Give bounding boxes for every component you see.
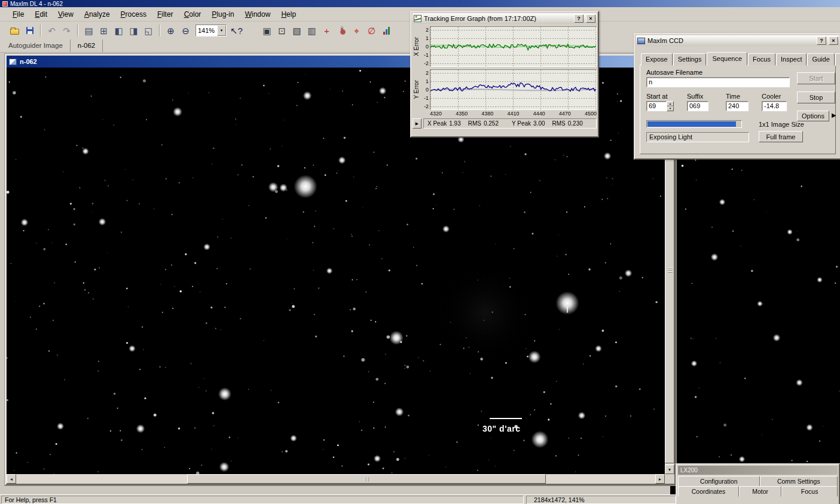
menu-item-window[interactable]: Window bbox=[240, 8, 276, 21]
menu-item-edit[interactable]: Edit bbox=[29, 8, 53, 21]
toolbar-undo-button[interactable]: ↶ bbox=[44, 23, 59, 38]
toolbar-copy-button[interactable]: ▥ bbox=[304, 23, 319, 38]
save-icon bbox=[26, 27, 33, 34]
scroll-left-button[interactable]: ◄ bbox=[7, 474, 16, 484]
scroll-down-button[interactable]: ▼ bbox=[665, 465, 674, 474]
lx200-titlebar[interactable]: LX200 bbox=[678, 466, 838, 475]
toolbar-histogram-button[interactable] bbox=[379, 23, 394, 38]
ccd-tab-guide[interactable]: Guide bbox=[807, 53, 834, 66]
toolbar-abort-button[interactable]: ∅ bbox=[364, 23, 379, 38]
lx200-tab-focus[interactable]: Focus bbox=[781, 486, 838, 497]
menu-item-view[interactable]: View bbox=[53, 8, 79, 21]
ccd-tab-sequence[interactable]: Sequence bbox=[707, 52, 747, 65]
toolbar-flip-horizontal-button[interactable]: ◨ bbox=[126, 23, 141, 38]
copy-icon: ▥ bbox=[307, 26, 316, 35]
toolbar-camera-control-button[interactable]: ▣ bbox=[259, 23, 274, 38]
left-arrow-icon: ◄ bbox=[10, 477, 14, 481]
toolbar-camera-settings-button[interactable]: ⊡ bbox=[274, 23, 289, 38]
maxim-ccd-window[interactable]: MaxIm CCD ? × ExposeSettingsSequenceFocu… bbox=[634, 33, 840, 160]
toolbar-crosshair-target-button[interactable]: ⌖ bbox=[349, 23, 364, 38]
toolbar-zoom-out-button[interactable]: ⊖ bbox=[178, 23, 193, 38]
toolbar-new-buffer-button[interactable]: + bbox=[319, 23, 334, 38]
y-tick-label: 0 bbox=[426, 44, 429, 50]
toolbar-temperature-button[interactable] bbox=[334, 23, 349, 38]
zoom-level-combobox[interactable]: 141%▼ bbox=[196, 25, 227, 36]
time-input[interactable]: 240 bbox=[726, 101, 749, 111]
lx200-tab-motor[interactable]: Motor bbox=[739, 486, 781, 497]
y-tick-label: 2 bbox=[426, 70, 429, 76]
ccd-close-button[interactable]: × bbox=[829, 36, 838, 45]
y-tick-label: 2 bbox=[426, 27, 429, 33]
horizontal-scroll-thumb[interactable] bbox=[187, 474, 546, 484]
y-tick-label: 1 bbox=[426, 35, 429, 41]
sequence-tab-page: Autosave Filename n Start Stop Options ▶… bbox=[640, 65, 836, 154]
doc-tab-n-062[interactable]: n-062 bbox=[71, 39, 103, 52]
ccd-tab-focus[interactable]: Focus bbox=[748, 53, 775, 66]
stop-button[interactable]: Stop bbox=[797, 91, 835, 103]
ccd-icon bbox=[637, 38, 645, 44]
ccd-tab-setup[interactable]: Setup bbox=[835, 53, 840, 66]
spinner-down-icon[interactable]: ▼ bbox=[667, 106, 674, 112]
menu-item-plug-in[interactable]: Plug-in bbox=[206, 8, 239, 21]
x-tick-label: 4440 bbox=[533, 111, 545, 117]
menu-item-file[interactable]: File bbox=[7, 8, 29, 21]
stat-value-x-peak: 1.93 bbox=[449, 120, 460, 127]
app-titlebar[interactable]: MaxIm DL 4 - n-062 bbox=[0, 0, 840, 7]
stat-value-y-peak: 3.00 bbox=[533, 120, 545, 127]
tracking-error-graph-window[interactable]: Tracking Error Graph (from 17:17:00Z) ? … bbox=[410, 11, 599, 138]
toolbar-separator bbox=[40, 25, 41, 36]
menu-item-process[interactable]: Process bbox=[115, 8, 152, 21]
ccd-field-start-at: Start at69▲▼ bbox=[646, 93, 674, 111]
lx200-tab-coordinates[interactable]: Coordinates bbox=[678, 486, 739, 497]
menu-item-analyze[interactable]: Analyze bbox=[79, 8, 115, 21]
ccd-field-cooler: Cooler-14.8 bbox=[762, 93, 787, 111]
autosave-filename-input[interactable]: n bbox=[646, 77, 790, 87]
menu-item-help[interactable]: Help bbox=[276, 8, 301, 21]
scroll-right-button[interactable]: ► bbox=[655, 474, 665, 484]
toolbar-information-window-button[interactable]: ◱ bbox=[141, 23, 156, 38]
toolbar-sequence-button[interactable]: ▧ bbox=[289, 23, 304, 38]
start-button[interactable]: Start bbox=[797, 72, 835, 84]
toolbar-flip-vertical-button[interactable]: ◧ bbox=[111, 23, 126, 38]
horizontal-scrollbar[interactable]: ◄ ► bbox=[7, 474, 665, 484]
information-window-icon: ◱ bbox=[144, 26, 152, 35]
tracking-graph-icon bbox=[414, 15, 421, 22]
tracking-expand-button[interactable]: ▶ bbox=[413, 118, 421, 129]
toolbar-redo-button[interactable]: ↷ bbox=[59, 23, 74, 38]
ccd-tab-settings[interactable]: Settings bbox=[673, 53, 707, 66]
down-arrow-icon: ▼ bbox=[668, 468, 672, 472]
toolbar-zoom-in-button[interactable]: ⊕ bbox=[163, 23, 178, 38]
dropdown-arrow-icon[interactable]: ▼ bbox=[217, 25, 226, 36]
menu-item-filter[interactable]: Filter bbox=[152, 8, 179, 21]
suffix-input[interactable]: 069 bbox=[687, 101, 708, 111]
lx200-window[interactable]: LX200 ConfigurationComm Settings Coordin… bbox=[676, 463, 840, 504]
camera-status-readout: Exposing Light bbox=[646, 132, 749, 142]
ccd-help-button[interactable]: ? bbox=[817, 36, 826, 45]
full-frame-button[interactable]: Full frame bbox=[759, 131, 803, 142]
lx200-tab-comm-settings[interactable]: Comm Settings bbox=[760, 476, 838, 487]
start-at-spinner[interactable]: ▲▼ bbox=[667, 101, 674, 111]
menu-item-color[interactable]: Color bbox=[179, 8, 207, 21]
spinner-up-icon[interactable]: ▲ bbox=[667, 101, 674, 106]
toolbar-open-file-button[interactable] bbox=[7, 23, 22, 38]
ccd-tab-inspect[interactable]: Inspect bbox=[776, 53, 807, 66]
tracking-close-button[interactable]: × bbox=[586, 14, 595, 23]
options-arrow-icon[interactable]: ▶ bbox=[832, 112, 836, 118]
options-button[interactable]: Options bbox=[797, 111, 829, 121]
lx200-tab-configuration[interactable]: Configuration bbox=[678, 476, 760, 487]
toolbar-screen-stretch-button[interactable]: ▤ bbox=[81, 23, 96, 38]
ccd-tab-expose[interactable]: Expose bbox=[641, 53, 673, 66]
ccd-window-titlebar[interactable]: MaxIm CCD ? × bbox=[636, 35, 839, 46]
toolbar-save-button[interactable] bbox=[22, 23, 37, 38]
doc-tab-autoguider-image[interactable]: Autoguider Image bbox=[1, 39, 71, 52]
tracking-help-button[interactable]: ? bbox=[574, 14, 584, 23]
toolbar-quad-view-button[interactable]: ⊞ bbox=[96, 23, 111, 38]
x-error-plot-row: X Error 210-1-2 bbox=[413, 26, 597, 67]
close-icon: × bbox=[589, 16, 592, 22]
toolbar-context-help-button[interactable]: ↖? bbox=[229, 23, 244, 38]
x-tick-label: 4410 bbox=[507, 111, 519, 117]
start-at-input[interactable]: 69 bbox=[646, 101, 667, 111]
x-error-plot bbox=[430, 26, 597, 67]
tracking-window-titlebar[interactable]: Tracking Error Graph (from 17:17:00Z) ? … bbox=[413, 13, 597, 24]
cooler-input[interactable]: -14.8 bbox=[762, 101, 787, 111]
